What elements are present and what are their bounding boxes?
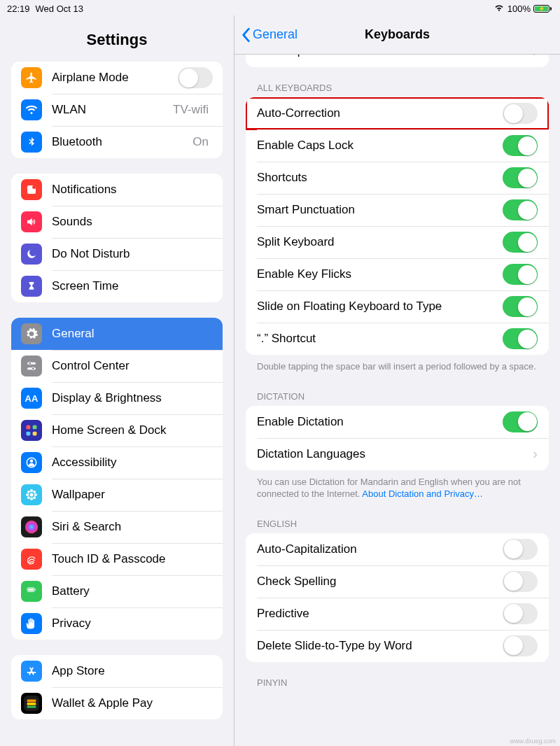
toggle[interactable] [503, 167, 538, 188]
row-label: Enable Caps Lock [257, 139, 503, 153]
row-label: Auto-Correction [257, 106, 503, 120]
sidebar-item-accessibility[interactable]: Accessibility [11, 446, 223, 479]
setting-row-check-spelling[interactable]: Check Spelling [246, 565, 549, 598]
setting-row-enable-key-flicks[interactable]: Enable Key Flicks [246, 258, 549, 290]
sidebar-item-label: Battery [52, 584, 213, 598]
sidebar-item-app-store[interactable]: App Store [11, 655, 223, 687]
sidebar-item-general[interactable]: General [11, 318, 223, 350]
hourglass-icon [21, 276, 42, 297]
svg-point-11 [30, 460, 34, 463]
svg-point-15 [26, 493, 29, 496]
svg-point-5 [31, 367, 34, 370]
sidebar-item-label: Display & Brightness [52, 391, 213, 405]
svg-rect-23 [35, 589, 36, 591]
detail-title: Keyboards [365, 27, 430, 42]
back-button[interactable]: General [240, 27, 298, 43]
setting-row--shortcut[interactable]: “.” Shortcut [246, 323, 549, 355]
battery-icon [21, 581, 42, 602]
svg-point-13 [30, 489, 33, 492]
sidebar-item-display-brightness[interactable]: AADisplay & Brightness [11, 382, 223, 414]
sidebar-item-notifications[interactable]: Notifications [11, 174, 223, 206]
row-text-replacement[interactable]: Text Replacement› [246, 55, 549, 67]
sidebar-item-touch-id-passcode[interactable]: Touch ID & Passcode [11, 543, 223, 575]
sidebar-item-battery[interactable]: Battery [11, 575, 223, 607]
wallet-icon [21, 693, 42, 714]
battery-icon: ⚡ [533, 5, 552, 13]
setting-row-auto-correction[interactable]: Auto-Correction [246, 97, 549, 129]
settings-sidebar: Settings Airplane ModeWLANTV-wifiBluetoo… [0, 15, 234, 746]
svg-point-20 [33, 496, 36, 499]
sidebar-item-wlan[interactable]: WLANTV-wifi [11, 94, 223, 126]
setting-row-delete-slide-to-type-by-word[interactable]: Delete Slide-to-Type by Word [246, 630, 549, 662]
setting-row-slide-on-floating-keyboard-to-type[interactable]: Slide on Floating Keyboard to Type [246, 290, 549, 323]
toggle[interactable] [503, 411, 538, 432]
sidebar-item-label: Notifications [52, 183, 213, 197]
svg-rect-7 [33, 425, 37, 430]
sidebar-item-screen-time[interactable]: Screen Time [11, 270, 223, 302]
setting-row-dictation-languages[interactable]: Dictation Languages› [246, 438, 549, 470]
moon-icon [21, 244, 42, 265]
sidebar-item-home-screen-dock[interactable]: Home Screen & Dock [11, 414, 223, 446]
svg-point-19 [27, 496, 30, 499]
row-label: Slide on Floating Keyboard to Type [257, 300, 503, 314]
chevron-right-icon: › [533, 55, 538, 59]
sidebar-title: Settings [0, 15, 234, 62]
row-label: Enable Key Flicks [257, 267, 503, 281]
setting-row-predictive[interactable]: Predictive [246, 598, 549, 630]
sidebar-item-label: Sounds [52, 215, 213, 229]
toggle[interactable] [503, 135, 538, 156]
flower-icon [21, 484, 42, 505]
sidebar-item-do-not-disturb[interactable]: Do Not Disturb [11, 238, 223, 270]
row-label: Dictation Languages [257, 447, 533, 461]
setting-row-split-keyboard[interactable]: Split Keyboard [246, 226, 549, 258]
toggle[interactable] [503, 603, 538, 624]
sidebar-item-label: Wallet & Apple Pay [52, 696, 213, 710]
sidebar-item-wallet-apple-pay[interactable]: Wallet & Apple Pay [11, 687, 223, 719]
sidebar-item-label: WLAN [52, 103, 173, 117]
toggle[interactable] [503, 328, 538, 349]
setting-row-shortcuts[interactable]: Shortcuts [246, 162, 549, 194]
wifi-icon [493, 3, 505, 14]
watermark: www.dxueg.com [510, 738, 556, 745]
svg-point-1 [32, 185, 36, 189]
row-label: Auto-Capitalization [257, 542, 503, 556]
toggle[interactable] [503, 571, 538, 592]
row-label: Check Spelling [257, 575, 503, 589]
toggle[interactable] [503, 199, 538, 220]
sidebar-item-label: Siri & Search [52, 520, 213, 534]
sidebar-item-privacy[interactable]: Privacy [11, 607, 223, 640]
siri-icon [21, 516, 42, 537]
sidebar-item-label: Wallpaper [52, 488, 213, 502]
toggle[interactable] [503, 539, 538, 560]
setting-row-smart-punctuation[interactable]: Smart Punctuation [246, 194, 549, 226]
appstore-icon [21, 661, 42, 682]
sidebar-item-sounds[interactable]: Sounds [11, 206, 223, 238]
setting-row-enable-dictation[interactable]: Enable Dictation [246, 406, 549, 438]
setting-row-enable-caps-lock[interactable]: Enable Caps Lock [246, 129, 549, 162]
toggle[interactable] [503, 296, 538, 317]
back-label: General [253, 27, 298, 42]
section-header: DICTATION [234, 376, 560, 406]
setting-row-auto-capitalization[interactable]: Auto-Capitalization [246, 533, 549, 565]
svg-rect-6 [27, 425, 31, 430]
sidebar-item-airplane-mode[interactable]: Airplane Mode [11, 62, 223, 94]
sidebar-item-siri-search[interactable]: Siri & Search [11, 511, 223, 543]
toggle[interactable] [503, 103, 538, 124]
sidebar-item-bluetooth[interactable]: BluetoothOn [11, 126, 223, 158]
toggle[interactable] [503, 264, 538, 285]
status-bar: 22:19 Wed Oct 13 100% ⚡ [0, 0, 560, 15]
toggle[interactable] [178, 67, 213, 88]
sidebar-item-label: Airplane Mode [52, 71, 178, 85]
sidebar-item-wallpaper[interactable]: Wallpaper [11, 479, 223, 511]
section-header: ALL KEYBOARDS [234, 67, 560, 97]
person-icon [21, 452, 42, 473]
sidebar-item-label: App Store [52, 664, 213, 678]
toggle[interactable] [503, 232, 538, 253]
toggle[interactable] [503, 635, 538, 656]
row-label: Split Keyboard [257, 235, 503, 249]
grid-icon [21, 420, 42, 441]
sidebar-item-control-center[interactable]: Control Center [11, 350, 223, 382]
row-label: Smart Punctuation [257, 203, 503, 217]
footer-link[interactable]: About Dictation and Privacy… [362, 488, 483, 499]
svg-rect-24 [28, 589, 34, 591]
